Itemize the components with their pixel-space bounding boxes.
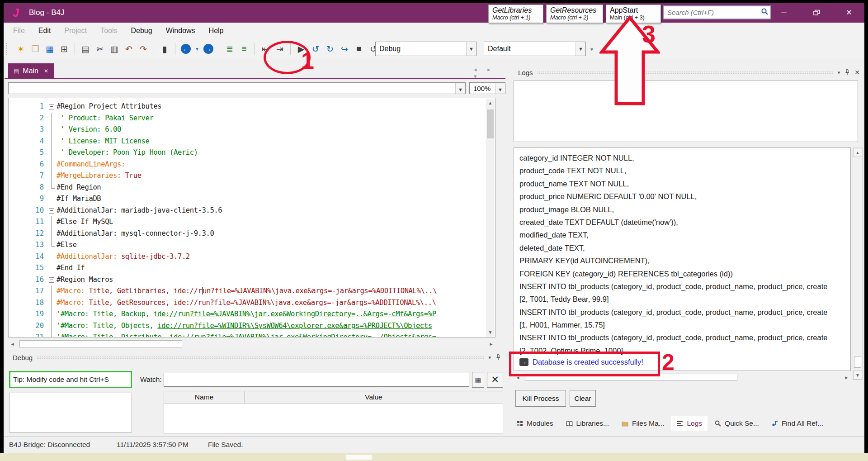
panel-splitter[interactable]	[507, 79, 507, 436]
code-line-11[interactable]: 11#Else If MySQL	[9, 216, 488, 228]
code-line-12[interactable]: 12#AdditionalJar: mysql-connector-j-9.3.…	[9, 228, 488, 240]
indent-icon[interactable]: ⇥	[274, 43, 286, 55]
tab-main[interactable]: ▤ Main ✕	[8, 63, 54, 79]
undo-icon[interactable]: ↶	[123, 43, 135, 55]
tool-tab-libraries[interactable]: Libraries...	[561, 416, 614, 431]
scroll-left-icon[interactable]: ◄	[8, 340, 17, 348]
run-icon[interactable]: ▶	[295, 43, 307, 55]
code-line-13[interactable]: 13#Else	[9, 239, 488, 251]
watch-value-column-header[interactable]: Value	[245, 391, 503, 403]
scroll-up-icon[interactable]: ▲	[853, 148, 862, 157]
menu-edit[interactable]: Edit	[32, 23, 58, 39]
fold-collapse-icon[interactable]: −	[47, 274, 57, 286]
menu-project[interactable]: Project	[57, 23, 94, 39]
scrollbar-thumb[interactable]	[487, 109, 494, 138]
macro-button-appstart[interactable]: AppStartMain (ctrl + 3)	[606, 5, 661, 23]
module-navigator-dropdown[interactable]: ▼	[8, 82, 466, 94]
log-output-area[interactable]: category_id INTEGER NOT NULL,product_cod…	[514, 147, 851, 371]
macro-button-getresources[interactable]: GetResourcesMacro (ctrl + 2)	[546, 5, 603, 23]
code-line-20[interactable]: 20'#Macro: Title, Objects, ide://run?fil…	[9, 320, 488, 332]
fold-collapse-icon[interactable]: −	[47, 205, 57, 217]
watch-input[interactable]	[164, 373, 469, 387]
scroll-left-icon[interactable]: ◄	[514, 373, 522, 382]
tool-tab-find-all-ref[interactable]: Find All Ref...	[766, 416, 829, 431]
code-line-7[interactable]: 7#MergeLibraries: True	[9, 170, 488, 182]
scroll-right-icon[interactable]: ►	[487, 340, 495, 348]
code-line-4[interactable]: 4 ' License: MIT License	[9, 136, 488, 147]
debug-mode-dropdown[interactable]: Debug ▼	[375, 42, 476, 56]
scrollbar-thumb[interactable]	[19, 340, 182, 347]
code-line-14[interactable]: 14#AdditionalJar: sqlite-jdbc-3.7.2	[9, 251, 488, 263]
minimize-button[interactable]: ─	[772, 3, 796, 23]
watch-name-column-header[interactable]: Name	[164, 391, 245, 403]
search-input[interactable]	[664, 9, 759, 16]
code-line-16[interactable]: 16−#Region Macros	[9, 274, 488, 286]
resume-icon[interactable]: ↺	[309, 43, 322, 55]
outdent-icon[interactable]: ⇤	[259, 43, 272, 55]
editor-zoom-dropdown[interactable]: 100% ▼	[469, 82, 505, 94]
fold-collapse-icon[interactable]: −	[47, 101, 57, 113]
menu-tools[interactable]: Tools	[94, 23, 124, 39]
tab-close-icon[interactable]: ✕	[44, 68, 48, 74]
clear-logs-button[interactable]: Clear	[570, 390, 596, 407]
scroll-right-icon[interactable]: ►	[842, 373, 851, 382]
scrollbar-thumb[interactable]	[525, 374, 737, 381]
code-line-19[interactable]: 19'#Macro: Title, Backup, ide://run?file…	[9, 309, 488, 320]
clear-watch-button[interactable]: ✕	[487, 372, 503, 388]
code-line-3[interactable]: 3 ' Version: 6.00	[9, 124, 488, 136]
close-panel-icon[interactable]: ✕	[854, 69, 860, 76]
code-line-15[interactable]: 15#End If	[9, 262, 488, 274]
editor-horizontal-scrollbar[interactable]: ◄ ►	[8, 339, 495, 348]
panel-menu-icon[interactable]: ▾	[488, 355, 491, 361]
logs-horizontal-scrollbar[interactable]: ◄ ►	[514, 373, 851, 382]
editor-vertical-scrollbar[interactable]: ▲ ▼	[486, 99, 495, 337]
menu-file[interactable]: File	[6, 23, 32, 39]
open-project-icon[interactable]: ❒	[29, 43, 42, 55]
tool-tab-files-ma[interactable]: Files Ma...	[616, 416, 670, 431]
paste-icon[interactable]: ▥	[108, 43, 121, 55]
step-into-icon[interactable]: ↻	[324, 43, 336, 55]
macro-button-getlibraries[interactable]: GetLibrariesMacro (ctrl + 1)	[488, 5, 543, 23]
pin-icon[interactable]	[495, 354, 501, 361]
scrollbar-thumb[interactable]	[854, 356, 861, 368]
code-line-6[interactable]: 6#CommandLineArgs:	[9, 159, 488, 171]
scroll-down-icon[interactable]: ▼	[853, 371, 862, 380]
find-in-files-icon[interactable]: ⊞	[58, 43, 71, 55]
navigate-forward-icon[interactable]: →	[202, 43, 215, 55]
code-line-1[interactable]: 1−#Region Project Attributes	[9, 101, 488, 113]
code-line-21[interactable]: 21'#Macro: Title, Distribute, ide://run?…	[9, 332, 488, 337]
evaluate-expression-button[interactable]: ▦	[472, 372, 484, 388]
tool-tab-modules[interactable]: Modules	[512, 416, 559, 431]
database-success-link[interactable]: Database is created successfully!	[533, 358, 643, 366]
new-project-icon[interactable]: ✶	[14, 43, 27, 55]
code-line-18[interactable]: 18#Macro: Title, GetResources, ide://run…	[9, 297, 488, 309]
close-button[interactable]: ✕	[837, 3, 861, 23]
code-line-10[interactable]: 10−#AdditionalJar: mariadb-java-client-3…	[9, 205, 488, 217]
chevron-down-icon[interactable]: ▼	[466, 42, 476, 56]
stop-icon[interactable]: ■	[353, 43, 365, 55]
tool-tab-quick-se[interactable]: Quick Se...	[709, 416, 764, 431]
save-icon[interactable]: ▦	[43, 43, 56, 55]
tool-tab-logs[interactable]: Logs	[671, 416, 708, 431]
step-over-icon[interactable]: ↪	[338, 43, 351, 55]
navigate-back-icon[interactable]: ←	[179, 43, 192, 55]
maximize-button[interactable]	[805, 3, 828, 23]
code-editor[interactable]: 1−#Region Project Attributes2 ' Product:…	[8, 98, 495, 337]
pin-icon[interactable]	[844, 69, 850, 76]
chevron-down-icon[interactable]: ▼	[455, 83, 465, 94]
toolbar-overflow-icon[interactable]: ▾	[590, 46, 593, 52]
code-line-17[interactable]: 17#Macro: Title, GetLibraries, ide://run…	[9, 285, 488, 297]
panel-menu-icon[interactable]: ▾	[838, 70, 840, 76]
search-icon[interactable]	[759, 8, 770, 17]
menu-debug[interactable]: Debug	[124, 23, 159, 39]
chevron-down-icon[interactable]: ▼	[495, 83, 505, 94]
code-line-8[interactable]: 8#End Region	[9, 182, 488, 194]
cut-icon[interactable]: ✂	[94, 43, 106, 55]
build-configuration-dropdown[interactable]: Default ▼	[484, 42, 586, 56]
log-success-row[interactable]: → Database is created successfully!	[519, 358, 643, 366]
navigate-history-dropdown-icon[interactable]: ▾	[194, 43, 200, 55]
code-line-2[interactable]: 2 ' Product: Pakai Server	[9, 113, 488, 124]
scroll-up-icon[interactable]: ▲	[486, 99, 495, 107]
redo-icon[interactable]: ↷	[137, 43, 150, 55]
chevron-down-icon[interactable]: ▼	[576, 42, 585, 56]
